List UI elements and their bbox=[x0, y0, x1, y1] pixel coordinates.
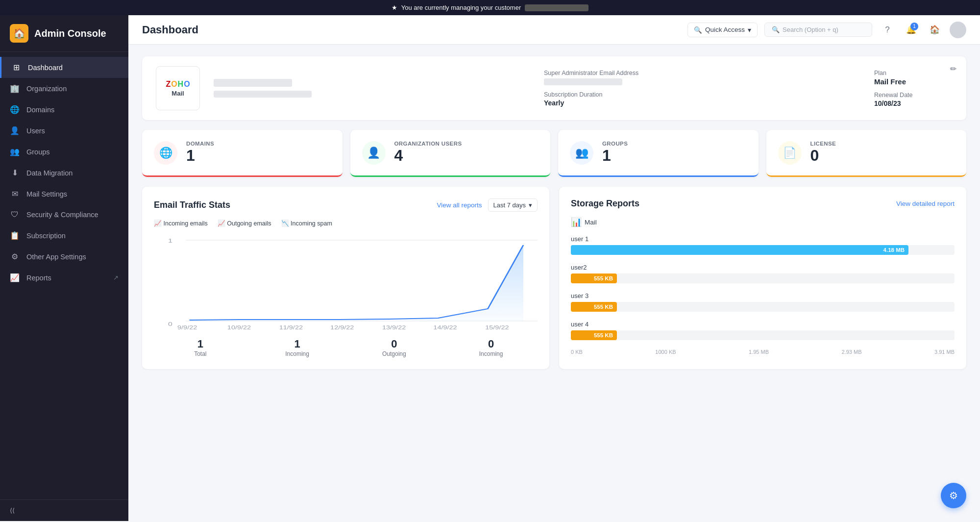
help-icon: ? bbox=[885, 25, 889, 35]
search-icon-small: 🔍 bbox=[694, 26, 702, 34]
sidebar-item-subscription[interactable]: 📋 Subscription bbox=[0, 225, 128, 246]
sidebar-item-other-app-settings[interactable]: ⚙ Other App Settings bbox=[0, 246, 128, 267]
search-input-box[interactable]: 🔍 Search (Option + q) bbox=[764, 23, 872, 37]
quick-access-button[interactable]: 🔍 Quick Access ▾ bbox=[687, 23, 758, 37]
header: Dashboard 🔍 Quick Access ▾ 🔍 Search (Opt… bbox=[128, 15, 980, 45]
collapse-icon: ⟨⟨ bbox=[10, 507, 15, 514]
legend-spam: 📉 Incoming spam bbox=[281, 220, 332, 227]
org-info-card: Z O H O Mail Super Administrator Email A… bbox=[142, 56, 966, 120]
sidebar-item-mail-settings[interactable]: ✉ Mail Settings bbox=[0, 183, 128, 204]
stat-card-users[interactable]: 👤 ORGANIZATION USERS 4 bbox=[350, 130, 551, 177]
groups-stat-label: GROUPS bbox=[602, 141, 628, 147]
domains-stat-label: DOMAINS bbox=[186, 141, 214, 147]
view-detailed-report-link[interactable]: View detailed report bbox=[896, 200, 955, 207]
reports-external-icon: ↗ bbox=[113, 274, 119, 281]
svg-text:13/9/22: 13/9/22 bbox=[382, 325, 406, 330]
edit-button[interactable]: ✏ bbox=[950, 64, 956, 74]
chart-stat-total: 1 Total bbox=[154, 338, 247, 357]
x-label-3: 2.93 MB bbox=[842, 349, 862, 355]
sidebar-item-label: Data Migration bbox=[26, 169, 73, 177]
sidebar-item-groups[interactable]: 👥 Groups bbox=[0, 141, 128, 162]
home-icon: 🏠 bbox=[930, 25, 940, 35]
security-icon: 🛡 bbox=[10, 210, 20, 219]
svg-text:12/9/22: 12/9/22 bbox=[330, 325, 354, 330]
sidebar-item-security-compliance[interactable]: 🛡 Security & Compliance bbox=[0, 204, 128, 225]
svg-text:1: 1 bbox=[168, 238, 172, 244]
total-value: 1 bbox=[154, 338, 247, 350]
storage-bar-user4: user 4 555 KB bbox=[571, 321, 955, 340]
license-stat-icon: 📄 bbox=[778, 141, 802, 165]
domains-icon: 🌐 bbox=[10, 105, 20, 114]
svg-text:10/9/22: 10/9/22 bbox=[227, 325, 251, 330]
chevron-down-icon: ▾ bbox=[748, 26, 751, 34]
org-users-stat-label: ORGANIZATION USERS bbox=[394, 141, 462, 147]
email-traffic-title: Email Traffic Stats bbox=[154, 200, 230, 210]
sidebar-item-reports[interactable]: 📈 Reports ↗ bbox=[0, 267, 128, 288]
groups-stat-value: 1 bbox=[602, 147, 628, 165]
sidebar-item-organization[interactable]: 🏢 Organization bbox=[0, 78, 128, 99]
users-stat-icon: 👤 bbox=[362, 141, 386, 165]
sidebar-logo[interactable]: 🏠 Admin Console bbox=[0, 15, 128, 52]
users-icon: 👤 bbox=[10, 126, 20, 135]
plan-label: Plan bbox=[874, 70, 953, 76]
storage-bar-user2: user2 555 KB bbox=[571, 264, 955, 283]
storage-bar-user3: user 3 555 KB bbox=[571, 292, 955, 312]
storage-legend-label: Mail bbox=[585, 219, 597, 226]
sidebar-item-label: Groups bbox=[26, 148, 50, 156]
sidebar-collapse-button[interactable]: ⟨⟨ bbox=[0, 499, 128, 521]
sidebar-item-data-migration[interactable]: ⬇ Data Migration bbox=[0, 162, 128, 183]
stat-card-license[interactable]: 📄 LICENSE 0 bbox=[766, 130, 967, 177]
storage-legend: 📊 Mail bbox=[571, 217, 955, 227]
license-stat-value: 0 bbox=[810, 147, 836, 165]
chart-stat-spam: 0 Incoming bbox=[444, 338, 538, 357]
sidebar-nav: ⊞ Dashboard 🏢 Organization 🌐 Domains 👤 U… bbox=[0, 52, 128, 499]
stat-card-domains[interactable]: 🌐 DOMAINS 1 bbox=[142, 130, 343, 177]
legend-incoming: 📈 Incoming emails bbox=[154, 220, 208, 227]
bar-fill-user2: 555 KB bbox=[571, 273, 617, 283]
plan-info: Plan Mail Free Renewal Date 10/08/23 bbox=[874, 70, 953, 107]
chart-stat-outgoing: 0 Outgoing bbox=[348, 338, 441, 357]
storage-chart-icon: 📊 bbox=[571, 217, 582, 227]
domains-stat-icon: 🌐 bbox=[154, 141, 177, 165]
bar-label-user2: user2 bbox=[571, 264, 955, 271]
svg-text:0: 0 bbox=[168, 321, 172, 327]
bar-track-user2: 555 KB bbox=[571, 273, 955, 283]
org-url-masked bbox=[214, 91, 312, 98]
top-banner: ★ You are currently managing your custom… bbox=[0, 0, 980, 15]
bar-label-user1: user 1 bbox=[571, 235, 955, 243]
fab-button[interactable]: ⚙ bbox=[941, 483, 966, 508]
sidebar-item-label: Users bbox=[26, 127, 45, 135]
notification-badge: 1 bbox=[910, 23, 918, 30]
fab-icon: ⚙ bbox=[949, 490, 958, 501]
sidebar-item-label: Organization bbox=[26, 85, 67, 93]
date-range-select[interactable]: Last 7 days ▾ bbox=[488, 199, 538, 212]
renewal-date-value: 10/08/23 bbox=[874, 99, 953, 107]
email-chart: 1 0 bbox=[154, 233, 538, 331]
bar-fill-user4: 555 KB bbox=[571, 330, 617, 340]
zoho-mail-label: Mail bbox=[172, 90, 184, 97]
quick-access-label: Quick Access bbox=[705, 26, 745, 33]
logo-icon: 🏠 bbox=[10, 24, 28, 43]
chart-stat-incoming: 1 Incoming bbox=[251, 338, 344, 357]
bar-value-user3: 555 KB bbox=[594, 304, 613, 310]
notifications-button[interactable]: 🔔 1 bbox=[903, 22, 919, 38]
sidebar-item-label: Reports bbox=[26, 274, 51, 282]
sidebar-item-domains[interactable]: 🌐 Domains bbox=[0, 99, 128, 120]
view-all-reports-link[interactable]: View all reports bbox=[437, 201, 482, 209]
home-button[interactable]: 🏠 bbox=[926, 22, 943, 38]
star-icon: ★ bbox=[392, 4, 397, 11]
sidebar-item-dashboard[interactable]: ⊞ Dashboard bbox=[0, 57, 128, 78]
stat-card-groups[interactable]: 👥 GROUPS 1 bbox=[558, 130, 759, 177]
groups-stat-icon: 👥 bbox=[570, 141, 593, 165]
email-traffic-controls: View all reports Last 7 days ▾ bbox=[437, 199, 538, 212]
chart-legend: 📈 Incoming emails 📈 Outgoing emails 📉 In… bbox=[154, 220, 538, 227]
avatar[interactable] bbox=[950, 22, 966, 38]
help-button[interactable]: ? bbox=[879, 22, 896, 38]
bar-fill-user3: 555 KB bbox=[571, 302, 617, 312]
dashboard-icon: ⊞ bbox=[11, 63, 21, 72]
sidebar-item-users[interactable]: 👤 Users bbox=[0, 120, 128, 141]
header-right: 🔍 Quick Access ▾ 🔍 Search (Option + q) ?… bbox=[687, 22, 966, 38]
legend-outgoing: 📈 Outgoing emails bbox=[218, 220, 271, 227]
reports-icon: 📈 bbox=[10, 273, 20, 282]
search-icon: 🔍 bbox=[772, 26, 780, 33]
